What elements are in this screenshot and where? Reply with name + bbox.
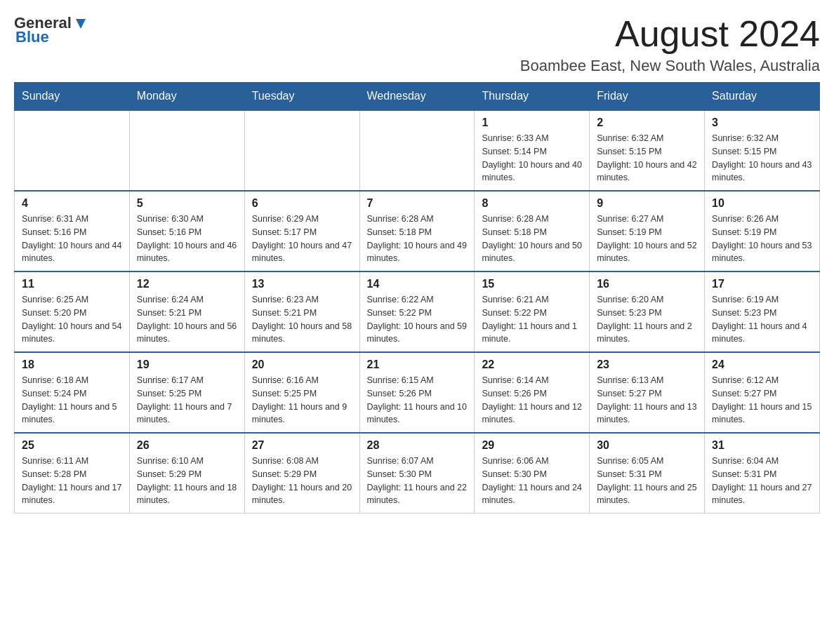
- day-info: Sunrise: 6:08 AMSunset: 5:29 PMDaylight:…: [252, 455, 352, 507]
- day-info: Sunrise: 6:19 AMSunset: 5:23 PMDaylight:…: [712, 293, 812, 346]
- calendar-day-cell: 16Sunrise: 6:20 AMSunset: 5:23 PMDayligh…: [590, 271, 705, 352]
- calendar-day-cell: 28Sunrise: 6:07 AMSunset: 5:30 PMDayligh…: [359, 433, 475, 514]
- calendar-day-cell: 31Sunrise: 6:04 AMSunset: 5:31 PMDayligh…: [705, 433, 820, 514]
- day-info: Sunrise: 6:04 AMSunset: 5:31 PMDaylight:…: [712, 455, 812, 507]
- day-info: Sunrise: 6:33 AMSunset: 5:14 PMDaylight:…: [482, 132, 582, 185]
- day-info: Sunrise: 6:22 AMSunset: 5:22 PMDaylight:…: [367, 293, 468, 346]
- logo-triangle-icon: [73, 16, 88, 32]
- calendar-header-monday: Monday: [129, 83, 244, 111]
- day-info: Sunrise: 6:16 AMSunset: 5:25 PMDaylight:…: [252, 374, 352, 427]
- day-number: 15: [482, 278, 582, 290]
- calendar-day-cell: [359, 110, 475, 191]
- day-number: 13: [252, 278, 352, 290]
- day-info: Sunrise: 6:05 AMSunset: 5:31 PMDaylight:…: [597, 455, 697, 507]
- calendar-day-cell: 20Sunrise: 6:16 AMSunset: 5:25 PMDayligh…: [244, 352, 359, 433]
- day-info: Sunrise: 6:12 AMSunset: 5:27 PMDaylight:…: [712, 374, 812, 427]
- day-number: 28: [367, 439, 468, 452]
- day-number: 2: [597, 116, 697, 129]
- calendar-day-cell: 10Sunrise: 6:26 AMSunset: 5:19 PMDayligh…: [705, 191, 820, 271]
- day-info: Sunrise: 6:13 AMSunset: 5:27 PMDaylight:…: [597, 374, 697, 427]
- day-number: 12: [137, 278, 237, 290]
- calendar-week-row: 25Sunrise: 6:11 AMSunset: 5:28 PMDayligh…: [15, 433, 820, 514]
- day-info: Sunrise: 6:18 AMSunset: 5:24 PMDaylight:…: [22, 374, 122, 427]
- day-number: 1: [482, 116, 582, 129]
- day-number: 20: [252, 358, 352, 371]
- calendar-week-row: 4Sunrise: 6:31 AMSunset: 5:16 PMDaylight…: [15, 191, 820, 271]
- logo: General Blue: [14, 14, 88, 46]
- day-info: Sunrise: 6:25 AMSunset: 5:20 PMDaylight:…: [22, 293, 122, 346]
- calendar-day-cell: 13Sunrise: 6:23 AMSunset: 5:21 PMDayligh…: [244, 271, 359, 352]
- day-number: 8: [482, 197, 582, 210]
- calendar-day-cell: [15, 110, 130, 191]
- calendar-week-row: 18Sunrise: 6:18 AMSunset: 5:24 PMDayligh…: [15, 352, 820, 433]
- day-info: Sunrise: 6:29 AMSunset: 5:17 PMDaylight:…: [252, 213, 352, 265]
- page-subtitle: Boambee East, New South Wales, Australia: [520, 57, 820, 75]
- title-area: August 2024 Boambee East, New South Wale…: [520, 14, 820, 75]
- day-info: Sunrise: 6:30 AMSunset: 5:16 PMDaylight:…: [137, 213, 237, 265]
- day-number: 30: [597, 439, 697, 452]
- page-title: August 2024: [520, 14, 820, 54]
- calendar-day-cell: 22Sunrise: 6:14 AMSunset: 5:26 PMDayligh…: [475, 352, 590, 433]
- day-number: 11: [22, 278, 122, 290]
- calendar-day-cell: 19Sunrise: 6:17 AMSunset: 5:25 PMDayligh…: [129, 352, 244, 433]
- day-number: 18: [22, 358, 122, 371]
- calendar-table: SundayMondayTuesdayWednesdayThursdayFrid…: [14, 82, 820, 514]
- svg-marker-0: [76, 19, 86, 29]
- day-info: Sunrise: 6:24 AMSunset: 5:21 PMDaylight:…: [137, 293, 237, 346]
- calendar-day-cell: [129, 110, 244, 191]
- day-number: 10: [712, 197, 812, 210]
- day-info: Sunrise: 6:10 AMSunset: 5:29 PMDaylight:…: [137, 455, 237, 507]
- day-number: 19: [137, 358, 237, 371]
- calendar-header-friday: Friday: [590, 83, 705, 111]
- day-number: 21: [367, 358, 468, 371]
- logo-blue-text: Blue: [15, 28, 49, 46]
- calendar-day-cell: 17Sunrise: 6:19 AMSunset: 5:23 PMDayligh…: [705, 271, 820, 352]
- calendar-header-saturday: Saturday: [705, 83, 820, 111]
- page-header: General Blue August 2024 Boambee East, N…: [14, 14, 820, 75]
- calendar-header-tuesday: Tuesday: [244, 83, 359, 111]
- day-info: Sunrise: 6:21 AMSunset: 5:22 PMDaylight:…: [482, 293, 582, 346]
- calendar-day-cell: 1Sunrise: 6:33 AMSunset: 5:14 PMDaylight…: [475, 110, 590, 191]
- day-number: 31: [712, 439, 812, 452]
- calendar-header-sunday: Sunday: [15, 83, 130, 111]
- day-info: Sunrise: 6:07 AMSunset: 5:30 PMDaylight:…: [367, 455, 468, 507]
- day-number: 9: [597, 197, 697, 210]
- calendar-day-cell: 9Sunrise: 6:27 AMSunset: 5:19 PMDaylight…: [590, 191, 705, 271]
- calendar-day-cell: 18Sunrise: 6:18 AMSunset: 5:24 PMDayligh…: [15, 352, 130, 433]
- calendar-header-thursday: Thursday: [475, 83, 590, 111]
- day-number: 17: [712, 278, 812, 290]
- day-number: 22: [482, 358, 582, 371]
- day-number: 7: [367, 197, 468, 210]
- calendar-header-wednesday: Wednesday: [359, 83, 475, 111]
- day-info: Sunrise: 6:28 AMSunset: 5:18 PMDaylight:…: [367, 213, 468, 265]
- day-number: 14: [367, 278, 468, 290]
- day-number: 26: [137, 439, 237, 452]
- day-number: 23: [597, 358, 697, 371]
- calendar-day-cell: 25Sunrise: 6:11 AMSunset: 5:28 PMDayligh…: [15, 433, 130, 514]
- calendar-day-cell: [244, 110, 359, 191]
- day-info: Sunrise: 6:06 AMSunset: 5:30 PMDaylight:…: [482, 455, 582, 507]
- day-info: Sunrise: 6:15 AMSunset: 5:26 PMDaylight:…: [367, 374, 468, 427]
- calendar-day-cell: 21Sunrise: 6:15 AMSunset: 5:26 PMDayligh…: [359, 352, 475, 433]
- calendar-day-cell: 27Sunrise: 6:08 AMSunset: 5:29 PMDayligh…: [244, 433, 359, 514]
- day-number: 27: [252, 439, 352, 452]
- calendar-day-cell: 4Sunrise: 6:31 AMSunset: 5:16 PMDaylight…: [15, 191, 130, 271]
- calendar-week-row: 11Sunrise: 6:25 AMSunset: 5:20 PMDayligh…: [15, 271, 820, 352]
- calendar-day-cell: 5Sunrise: 6:30 AMSunset: 5:16 PMDaylight…: [129, 191, 244, 271]
- day-info: Sunrise: 6:32 AMSunset: 5:15 PMDaylight:…: [712, 132, 812, 185]
- calendar-week-row: 1Sunrise: 6:33 AMSunset: 5:14 PMDaylight…: [15, 110, 820, 191]
- day-number: 6: [252, 197, 352, 210]
- calendar-day-cell: 8Sunrise: 6:28 AMSunset: 5:18 PMDaylight…: [475, 191, 590, 271]
- day-info: Sunrise: 6:28 AMSunset: 5:18 PMDaylight:…: [482, 213, 582, 265]
- calendar-day-cell: 23Sunrise: 6:13 AMSunset: 5:27 PMDayligh…: [590, 352, 705, 433]
- calendar-day-cell: 3Sunrise: 6:32 AMSunset: 5:15 PMDaylight…: [705, 110, 820, 191]
- day-info: Sunrise: 6:14 AMSunset: 5:26 PMDaylight:…: [482, 374, 582, 427]
- calendar-day-cell: 2Sunrise: 6:32 AMSunset: 5:15 PMDaylight…: [590, 110, 705, 191]
- day-number: 29: [482, 439, 582, 452]
- day-number: 16: [597, 278, 697, 290]
- day-info: Sunrise: 6:11 AMSunset: 5:28 PMDaylight:…: [22, 455, 122, 507]
- calendar-day-cell: 29Sunrise: 6:06 AMSunset: 5:30 PMDayligh…: [475, 433, 590, 514]
- calendar-day-cell: 30Sunrise: 6:05 AMSunset: 5:31 PMDayligh…: [590, 433, 705, 514]
- day-number: 5: [137, 197, 237, 210]
- day-number: 24: [712, 358, 812, 371]
